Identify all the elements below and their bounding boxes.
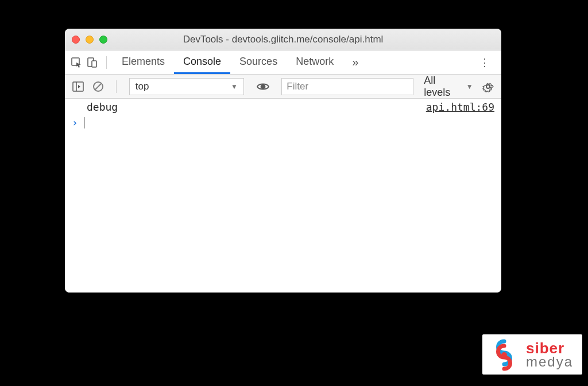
console-output: debug api.html:69 › bbox=[65, 99, 501, 293]
console-message: debug bbox=[87, 101, 118, 113]
tab-sources[interactable]: Sources bbox=[230, 50, 287, 74]
log-levels-label: All levels bbox=[424, 75, 463, 99]
svg-point-8 bbox=[501, 352, 507, 358]
prompt-arrow-icon: › bbox=[72, 116, 78, 128]
tab-console[interactable]: Console bbox=[174, 50, 230, 74]
console-settings-icon[interactable] bbox=[480, 78, 497, 95]
chevron-down-icon: ▼ bbox=[466, 83, 473, 91]
tab-console-label: Console bbox=[183, 56, 221, 68]
live-expression-icon[interactable] bbox=[254, 78, 271, 95]
tab-network[interactable]: Network bbox=[287, 50, 343, 74]
svg-point-7 bbox=[261, 84, 265, 88]
console-source-link[interactable]: api.html:69 bbox=[426, 101, 494, 113]
console-entry: debug api.html:69 bbox=[65, 99, 501, 114]
tabs-overflow[interactable]: » bbox=[347, 56, 363, 69]
svg-rect-2 bbox=[92, 61, 96, 67]
watermark-line2: medya bbox=[526, 356, 573, 369]
filter-input[interactable] bbox=[281, 78, 413, 95]
context-value: top bbox=[136, 81, 149, 92]
traffic-lights bbox=[72, 36, 107, 44]
context-dropdown[interactable]: top ▼ bbox=[129, 78, 244, 95]
separator bbox=[116, 80, 117, 93]
window-title: DevTools - devtools.glitch.me/console/ap… bbox=[65, 34, 501, 45]
minimize-dot[interactable] bbox=[86, 36, 94, 44]
device-toggle-icon[interactable] bbox=[84, 54, 100, 71]
panel-tabs: Elements Console Sources Network » ⋮ bbox=[65, 50, 501, 75]
close-dot[interactable] bbox=[72, 36, 80, 44]
tab-elements[interactable]: Elements bbox=[113, 50, 174, 74]
console-prompt[interactable]: › bbox=[65, 114, 501, 131]
show-sidebar-icon[interactable] bbox=[69, 78, 86, 95]
tab-network-label: Network bbox=[296, 56, 334, 68]
inspect-icon[interactable] bbox=[68, 54, 84, 71]
chevron-down-icon: ▼ bbox=[231, 83, 238, 91]
watermark: siber medya bbox=[482, 334, 582, 375]
zoom-dot[interactable] bbox=[99, 36, 107, 44]
svg-line-6 bbox=[95, 83, 102, 89]
text-cursor bbox=[84, 117, 84, 128]
tab-elements-label: Elements bbox=[122, 56, 165, 68]
menu-more-icon[interactable]: ⋮ bbox=[471, 56, 498, 69]
tab-sources-label: Sources bbox=[239, 56, 277, 68]
tabs-overflow-label: » bbox=[352, 56, 358, 68]
watermark-text: siber medya bbox=[526, 341, 573, 368]
watermark-logo-icon bbox=[488, 339, 520, 371]
titlebar: DevTools - devtools.glitch.me/console/ap… bbox=[65, 29, 501, 50]
devtools-window: DevTools - devtools.glitch.me/console/ap… bbox=[65, 29, 501, 293]
log-levels-dropdown[interactable]: All levels ▼ bbox=[424, 75, 473, 99]
separator bbox=[106, 56, 107, 69]
clear-console-icon[interactable] bbox=[90, 78, 106, 95]
console-toolbar: top ▼ All levels ▼ bbox=[65, 75, 501, 99]
